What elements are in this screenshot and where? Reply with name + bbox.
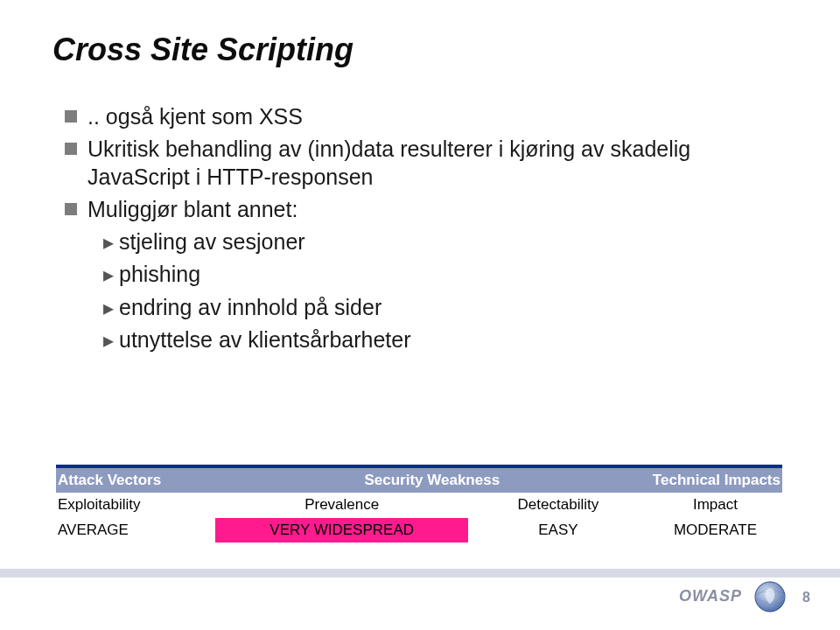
arrow-bullet-icon: ▸ [103, 326, 114, 354]
col-security-weakness: Security Weakness [216, 468, 648, 493]
square-bullet-icon [65, 110, 77, 122]
risk-table: Attack Vectors Security Weakness Technic… [56, 465, 782, 542]
bullet-text: Ukritisk behandling av (inn)data resulte… [88, 136, 765, 191]
square-bullet-icon [65, 203, 77, 215]
page-number: 8 [802, 590, 810, 606]
bullet-text: phishing [119, 261, 765, 288]
cell-prevalence-label: Prevalence [215, 493, 467, 517]
arrow-bullet-icon: ▸ [103, 294, 114, 321]
cell-detectability-label: Detectability [468, 493, 648, 517]
sub-bullet-item: ▸ utnyttelse av klientsårbarheter [103, 326, 765, 354]
cell-exploitability-value: AVERAGE [56, 518, 215, 542]
sub-bullet-item: ▸ endring av innhold på sider [103, 294, 765, 321]
footer-org: OWASP [679, 587, 742, 606]
cell-prevalence-value: VERY WIDESPREAD [215, 518, 467, 542]
bullet-item: Ukritisk behandling av (inn)data resulte… [65, 136, 765, 191]
arrow-bullet-icon: ▸ [103, 261, 114, 288]
sub-bullet-item: ▸ stjeling av sesjoner [103, 228, 765, 256]
sub-bullet-item: ▸ phishing [103, 261, 765, 288]
square-bullet-icon [65, 143, 77, 155]
bullet-item: Muliggjør blant annet: [65, 196, 765, 223]
bullet-text: endring av innhold på sider [119, 294, 765, 321]
bullet-text: utnyttelse av klientsårbarheter [119, 326, 765, 354]
table-row: AVERAGE VERY WIDESPREAD EASY MODERATE [56, 518, 782, 542]
cell-impact-value: MODERATE [648, 518, 782, 542]
arrow-bullet-icon: ▸ [103, 228, 114, 256]
bullet-text: .. også kjent som XSS [88, 103, 765, 130]
cell-impact-label: Impact [648, 493, 782, 517]
bullet-text: Muliggjør blant annet: [88, 196, 765, 223]
owasp-logo-icon [754, 581, 786, 612]
slide-content: .. også kjent som XSS Ukritisk behandlin… [65, 103, 765, 359]
table-row: Exploitability Prevalence Detectability … [56, 493, 782, 517]
bullet-text: stjeling av sesjoner [119, 228, 765, 256]
table-row: Attack Vectors Security Weakness Technic… [56, 468, 782, 493]
cell-exploitability-label: Exploitability [56, 493, 215, 517]
slide: Cross Site Scripting .. også kjent som X… [0, 0, 840, 630]
col-technical-impacts: Technical Impacts [648, 468, 782, 493]
footer-divider [0, 569, 840, 578]
col-attack-vectors: Attack Vectors [56, 468, 216, 493]
slide-title: Cross Site Scripting [52, 32, 354, 68]
cell-detectability-value: EASY [468, 518, 648, 542]
bullet-item: .. også kjent som XSS [65, 103, 765, 130]
